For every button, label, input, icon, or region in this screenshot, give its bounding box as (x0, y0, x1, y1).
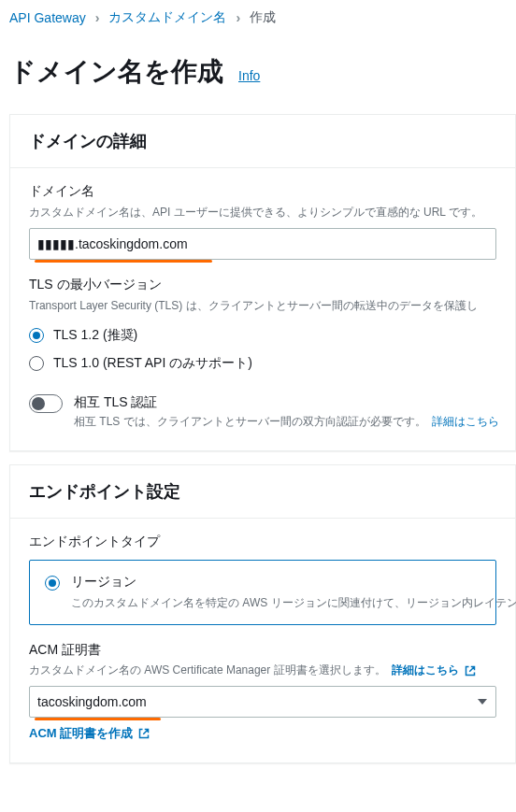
tls10-radio[interactable] (29, 356, 44, 371)
acm-certificate-select[interactable] (29, 686, 496, 718)
external-link-icon (465, 665, 476, 677)
endpoint-region-title: リージョン (71, 574, 516, 591)
chevron-right-icon: › (95, 10, 100, 25)
mtls-label: 相互 TLS 認証 (74, 394, 499, 411)
mtls-toggle[interactable] (29, 394, 63, 413)
acm-create-text: ACM 証明書を作成 (29, 725, 133, 742)
external-link-icon (138, 728, 150, 739)
acm-more-text: 詳細はこちら (392, 662, 459, 678)
mtls-description: 相互 TLS では、クライアントとサーバー間の双方向認証が必要です。 詳細はこち… (74, 414, 499, 430)
page-header: ドメイン名を作成 Info (0, 36, 516, 108)
breadcrumb: API Gateway › カスタムドメイン名 › 作成 (0, 0, 516, 36)
tls12-radio-row[interactable]: TLS 1.2 (推奨) (29, 321, 496, 349)
info-link[interactable]: Info (238, 68, 260, 83)
panel-title-endpoint: エンドポイント設定 (29, 480, 496, 503)
acm-create-certificate-link[interactable]: ACM 証明書を作成 (29, 725, 496, 742)
domain-name-description: カスタムドメイン名は、API ユーザーに提供できる、よりシンプルで直感的な UR… (29, 204, 496, 221)
mtls-desc-text: 相互 TLS では、クライアントとサーバー間の双方向認証が必要です。 (74, 415, 426, 428)
domain-name-label: ドメイン名 (29, 183, 496, 200)
domain-name-input[interactable] (29, 228, 496, 260)
panel-endpoint-settings: エンドポイント設定 エンドポイントタイプ リージョン このカスタムドメイン名を特… (9, 464, 516, 763)
breadcrumb-link-custom-domains[interactable]: カスタムドメイン名 (108, 9, 226, 26)
field-domain-name: ドメイン名 カスタムドメイン名は、API ユーザーに提供できる、よりシンプルで直… (29, 183, 496, 260)
tls-min-description: Transport Layer Security (TLS) は、クライアントと… (29, 297, 496, 314)
mtls-more-link[interactable]: 詳細はこちら (432, 415, 499, 428)
field-tls-min-version: TLS の最小バージョン Transport Layer Security (T… (29, 277, 496, 378)
tls10-radio-row[interactable]: TLS 1.0 (REST API のみサポート) (29, 349, 496, 378)
tls12-radio[interactable] (29, 328, 44, 343)
acm-description-row: カスタムドメイン名の AWS Certificate Manager 証明書を選… (29, 662, 496, 678)
acm-description: カスタムドメイン名の AWS Certificate Manager 証明書を選… (29, 662, 386, 678)
panel-domain-details: ドメインの詳細 ドメイン名 カスタムドメイン名は、API ユーザーに提供できる、… (9, 114, 516, 451)
chevron-right-icon: › (236, 10, 240, 25)
breadcrumb-current: 作成 (250, 9, 276, 26)
endpoint-region-option[interactable]: リージョン このカスタムドメイン名を特定の AWS リージョンに関連付けて、リー… (29, 560, 496, 625)
field-endpoint-type: エンドポイントタイプ リージョン このカスタムドメイン名を特定の AWS リージ… (29, 534, 496, 625)
endpoint-region-radio[interactable] (45, 576, 60, 591)
tls-min-label: TLS の最小バージョン (29, 277, 496, 293)
page-title: ドメイン名を作成 (9, 54, 223, 90)
field-acm-certificate: ACM 証明書 カスタムドメイン名の AWS Certificate Manag… (29, 642, 496, 742)
mtls-row: 相互 TLS 認証 相互 TLS では、クライアントとサーバー間の双方向認証が必… (29, 394, 496, 430)
acm-label: ACM 証明書 (29, 642, 496, 659)
panel-title-domain-details: ドメインの詳細 (29, 130, 496, 152)
endpoint-region-desc: このカスタムドメイン名を特定の AWS リージョンに関連付けて、リージョン内レイ… (71, 594, 516, 611)
acm-more-link[interactable]: 詳細はこちら (392, 662, 476, 678)
breadcrumb-link-api-gateway[interactable]: API Gateway (9, 10, 86, 25)
tls10-label: TLS 1.0 (REST API のみサポート) (53, 355, 252, 372)
tls12-label: TLS 1.2 (推奨) (53, 327, 137, 344)
endpoint-type-label: エンドポイントタイプ (29, 534, 496, 550)
